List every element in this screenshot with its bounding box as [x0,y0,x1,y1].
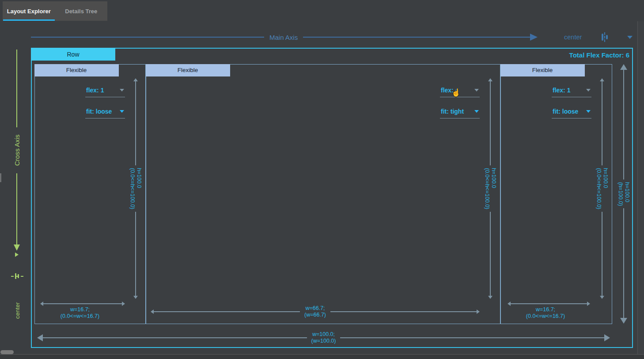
flexible-label: Flexible [532,67,553,73]
arrowhead-down-icon [14,244,20,251]
cross-axis-center-icon[interactable] [11,272,23,280]
total-flex-factor: Total Flex Factor: 6 [569,51,629,59]
caret-down-icon [120,89,124,92]
width-label: w=66.7; (w=66.7) [300,305,330,318]
arrowhead-right-icon [604,334,610,341]
arrowhead-down-icon [133,296,138,299]
caret-down-icon [586,89,591,92]
fit-value: fit: loose [553,108,578,115]
caret-down-icon [586,110,591,113]
row-height-label: h=100.0 (h=100.0) [617,182,630,206]
tab-label: Layout Explorer [7,8,51,15]
tab-label: Details Tree [65,8,97,15]
flexible-header[interactable]: Flexible [34,64,119,76]
row-widget-container: Row Total Flex Factor: 6 Flexible flex: … [31,48,633,348]
height-label: h=100.0 (0.0<=h<=100.0) [484,168,497,209]
fit-value: fit: loose [86,108,112,115]
main-axis-label: Main Axis [269,34,298,41]
cross-axis-line [16,173,17,245]
cross-axis-label: Cross Axis [12,127,22,173]
width-label: w=16.7; (0.0<=w<=16.7) [501,306,590,320]
arrowhead-right-icon [122,302,125,306]
flexible-header[interactable]: Flexible [146,64,230,76]
arrowhead-right-icon [530,34,538,41]
flex-dropdown[interactable]: flex: 1 [85,87,125,97]
arrowhead-left-icon [508,302,511,306]
row-widget-header[interactable]: Row [31,48,115,61]
flex-dropdown[interactable]: flex: 1 [552,87,591,97]
tab-details-tree[interactable]: Details Tree [55,1,108,21]
arrowhead-left-icon [40,302,43,306]
arrowhead-up-icon [488,78,492,81]
arrowhead-down-icon [620,318,627,324]
right-panel-edge [637,21,644,354]
height-arrow: h=100.0 (0.0<=h<=100.0) [487,78,494,299]
caret-down-icon [627,36,633,39]
flexible-label: Flexible [178,67,198,73]
arrowhead-up-icon [620,64,627,70]
arrowhead-right-icon [587,302,590,306]
horizontal-scrollbar-thumb[interactable] [0,350,14,354]
main-axis-alignment-dropdown[interactable]: center [556,31,634,43]
tab-bar: Layout Explorer Details Tree [3,1,107,21]
caret-down-icon [120,110,124,113]
caret-down-icon [474,110,479,113]
width-arrow [40,301,125,307]
arrowhead-down-icon [600,296,604,299]
height-label: h=100.0 (0.0<=h<=100.0) [129,168,142,209]
arrowhead-left-icon [37,334,43,341]
flexible-label: Flexible [66,67,87,73]
fit-dropdown[interactable]: fit: loose [552,108,591,118]
caret-right-icon[interactable] [15,252,19,257]
width-label: w=16.7; (0.0<=w<=16.7) [35,306,125,320]
main-axis-line [31,37,264,38]
flex-value: flex: 1 [553,87,570,94]
main-axis-center-icon [599,33,610,42]
arrowhead-up-icon [600,78,604,81]
height-label: h=100.0 (0.0<=h<=100.0) [595,168,609,209]
row-width-arrow: w=100.0; (w=100.0) [37,331,610,345]
height-arrow: h=100.0 (0.0<=h<=100.0) [599,78,606,299]
arrowhead-up-icon [133,78,138,81]
flexible-child-2[interactable]: Flexible flex: 4 fit: tight h=100.0 (0.0… [146,64,500,324]
width-arrow: w=66.7; (w=66.7) [151,305,480,319]
arrowhead-down-icon [488,296,492,299]
arrowhead-left-icon [151,309,154,314]
width-arrow [508,301,590,307]
cross-axis-alignment-dropdown[interactable]: center [13,295,22,325]
pane-drag-handle[interactable] [0,173,1,182]
fit-dropdown[interactable]: fit: tight [440,108,480,118]
row-height-arrow: h=100.0 (h=100.0) [620,64,627,324]
layout-explorer-panel: Layout Explorer Details Tree Main Axis c… [0,0,644,359]
flexible-header[interactable]: Flexible [500,64,585,76]
flexible-child-3[interactable]: Flexible flex: 1 fit: loose h=100.0 (0.0… [500,64,612,324]
main-axis-alignment-value: center [556,34,582,41]
fit-value: fit: tight [441,108,464,115]
cross-axis-line [16,50,17,127]
caret-down-icon [474,89,479,92]
flexible-child-1[interactable]: Flexible flex: 1 fit: loose h=100.0 (0.0… [34,64,146,324]
main-axis-arrow: Main Axis [31,34,538,41]
arrowhead-right-icon [477,309,480,314]
main-axis-line [303,37,530,38]
flex-value: flex: 1 [86,87,104,94]
tab-layout-explorer[interactable]: Layout Explorer [3,1,55,21]
height-arrow: h=100.0 (0.0<=h<=100.0) [132,78,139,299]
row-width-label: w=100.0; (w=100.0) [307,331,341,344]
row-widget-label: Row [67,51,79,58]
horizontal-scrollbar-track[interactable] [0,354,644,359]
fit-dropdown[interactable]: fit: loose [85,108,125,118]
flex-dropdown[interactable]: flex: 4 [440,87,480,97]
flex-value: flex: 4 [441,87,458,94]
